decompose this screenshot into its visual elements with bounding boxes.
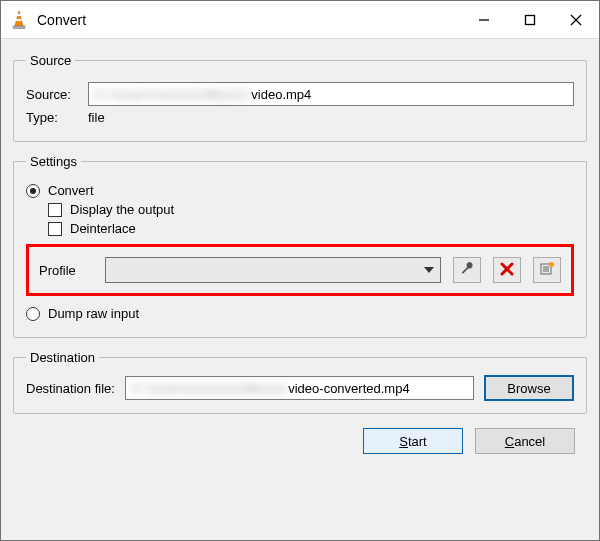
source-input[interactable]: C:\Users\xxxxxx\Music\video.mp4: [88, 82, 574, 106]
minimize-button[interactable]: [461, 1, 507, 39]
chevron-down-icon: [424, 267, 434, 273]
client-area: Source Source: C:\Users\xxxxxx\Music\vid…: [1, 39, 599, 540]
type-label: Type:: [26, 110, 80, 125]
convert-radio-label: Convert: [48, 183, 94, 198]
svg-point-14: [549, 262, 554, 267]
settings-group: Settings Convert Display the output Dein…: [13, 154, 587, 338]
radio-icon: [26, 307, 40, 321]
cancel-button[interactable]: Cancel: [475, 428, 575, 454]
profile-label: Profile: [39, 263, 93, 278]
destination-legend: Destination: [26, 350, 99, 365]
x-icon: [499, 261, 515, 280]
browse-label: Browse: [507, 381, 550, 396]
destination-path-obscured: C:\Users\xxxxxx\Music\: [132, 381, 288, 396]
destination-path-visible: video-converted.mp4: [288, 381, 409, 396]
dump-raw-radio-row[interactable]: Dump raw input: [26, 306, 574, 321]
new-profile-button[interactable]: [533, 257, 561, 283]
maximize-button[interactable]: [507, 1, 553, 39]
profile-combobox[interactable]: [105, 257, 441, 283]
titlebar: Convert: [1, 1, 599, 39]
deinterlace-label: Deinterlace: [70, 221, 136, 236]
profile-row-highlight: Profile: [26, 244, 574, 296]
type-value: file: [88, 110, 105, 125]
svg-rect-3: [13, 26, 25, 29]
source-label: Source:: [26, 87, 80, 102]
svg-rect-2: [16, 19, 22, 21]
start-button[interactable]: Start: [363, 428, 463, 454]
source-group: Source Source: C:\Users\xxxxxx\Music\vid…: [13, 53, 587, 142]
wrench-icon: [459, 261, 475, 280]
source-legend: Source: [26, 53, 75, 68]
source-path-obscured: C:\Users\xxxxxx\Music\: [95, 87, 251, 102]
source-path-visible: video.mp4: [251, 87, 311, 102]
convert-dialog: Convert Source Source: C:\Users\xxxxxx\M…: [0, 0, 600, 541]
display-output-label: Display the output: [70, 202, 174, 217]
checkbox-icon: [48, 222, 62, 236]
list-new-icon: [539, 261, 555, 280]
checkbox-icon: [48, 203, 62, 217]
destination-label: Destination file:: [26, 381, 115, 396]
dialog-footer: Start Cancel: [13, 422, 587, 456]
display-output-checkbox[interactable]: Display the output: [48, 202, 574, 217]
svg-marker-0: [15, 11, 23, 26]
deinterlace-checkbox[interactable]: Deinterlace: [48, 221, 574, 236]
delete-profile-button[interactable]: [493, 257, 521, 283]
vlc-icon: [9, 10, 29, 30]
destination-group: Destination Destination file: C:\Users\x…: [13, 350, 587, 414]
destination-input[interactable]: C:\Users\xxxxxx\Music\video-converted.mp…: [125, 376, 474, 400]
radio-icon: [26, 184, 40, 198]
window-title: Convert: [37, 12, 86, 28]
convert-radio-row[interactable]: Convert: [26, 183, 574, 198]
svg-rect-1: [17, 14, 21, 16]
close-button[interactable]: [553, 1, 599, 39]
browse-button[interactable]: Browse: [484, 375, 574, 401]
settings-legend: Settings: [26, 154, 81, 169]
edit-profile-button[interactable]: [453, 257, 481, 283]
dump-raw-label: Dump raw input: [48, 306, 139, 321]
svg-rect-5: [526, 15, 535, 24]
